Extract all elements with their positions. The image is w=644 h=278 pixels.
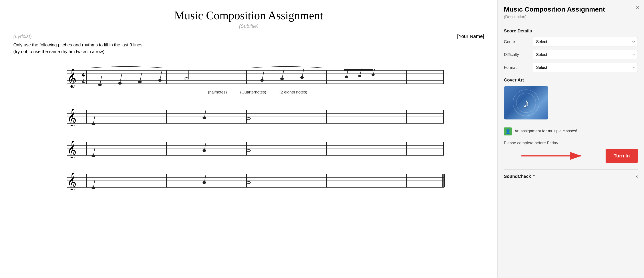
red-arrow-svg	[504, 152, 601, 160]
your-name: [Your Name]	[457, 34, 484, 39]
svg-line-26	[302, 68, 304, 78]
panel-title: Music Composition Assignment	[504, 5, 638, 13]
lyricist-label: (Lyricist)	[13, 34, 32, 39]
svg-point-67	[247, 150, 250, 152]
instructions: Only use the following pitches and rhyth…	[13, 42, 484, 55]
turn-in-row: Turn In	[504, 149, 638, 163]
svg-line-14	[120, 74, 122, 83]
genre-label: Genre	[504, 40, 533, 44]
svg-line-18	[160, 72, 162, 80]
deadline-text: Please complete before Friday	[504, 141, 638, 146]
svg-line-47	[93, 115, 95, 124]
svg-line-33	[373, 68, 375, 75]
time-sig-bottom: 4	[82, 78, 85, 84]
svg-point-19	[185, 78, 188, 80]
staff-row-1: 𝄞 4 4	[13, 62, 484, 94]
chevron-left-icon[interactable]: ‹	[636, 173, 638, 180]
score-details-label: Score Details	[504, 28, 638, 34]
genre-select[interactable]: Select Classical Jazz Pop	[533, 37, 638, 46]
staff-row-4: 𝄞	[13, 168, 484, 190]
note-labels: (halfnotes) (Quarternotes) (2 eighth not…	[31, 90, 484, 94]
panel-description: (Description)	[504, 15, 638, 19]
svg-line-84	[204, 174, 206, 182]
treble-clef-2: 𝄞	[67, 108, 76, 126]
staff-svg-4: 𝄞	[13, 168, 484, 190]
staff-row-2: 𝄞	[13, 104, 484, 126]
difficulty-label: Difficulty	[504, 52, 533, 57]
score-header-row: (Lyricist) [Your Name]	[13, 34, 484, 39]
format-row: Format Select Solo Duet Ensemble	[504, 63, 638, 72]
treble-clef-4: 𝄞	[67, 172, 76, 190]
time-sig: 4	[82, 71, 85, 78]
difficulty-select[interactable]: Select Beginner Intermediate Advanced	[533, 50, 638, 59]
svg-line-16	[140, 73, 142, 82]
halfnotes-label: (halfnotes)	[208, 90, 227, 94]
arrow-container	[504, 152, 601, 160]
difficulty-row: Difficulty Select Beginner Intermediate …	[504, 50, 638, 59]
svg-line-66	[204, 142, 206, 150]
soundcheck-row: SoundCheck™ ‹	[504, 170, 638, 183]
svg-line-64	[93, 147, 95, 156]
main-content: Music Composition Assignment (Subtitle) …	[0, 0, 498, 278]
treble-clef-3: 𝄞	[67, 140, 76, 158]
format-select[interactable]: Select Solo Duet Ensemble	[533, 63, 638, 72]
cover-art-image: ♪	[504, 86, 548, 120]
format-label: Format	[504, 65, 533, 70]
panel-body: Score Details Genre Select Classical Jaz…	[498, 23, 644, 278]
staff-svg-3: 𝄞	[13, 136, 484, 158]
staff-row-3: 𝄞	[13, 136, 484, 158]
staff-svg-1: 𝄞 4 4	[13, 62, 484, 88]
cover-art-section: Cover Art ♪	[504, 78, 638, 120]
turn-in-button[interactable]: Turn In	[606, 149, 638, 163]
panel-header: Music Composition Assignment (Descriptio…	[498, 0, 644, 23]
score-title: Music Composition Assignment	[13, 9, 484, 22]
svg-rect-27	[344, 68, 373, 71]
svg-point-85	[247, 182, 250, 184]
eighth-notes-label: (2 eighth notes)	[280, 90, 307, 94]
svg-line-82	[93, 179, 95, 188]
svg-line-22	[262, 72, 264, 80]
assignment-notice: 👤 An assignment for multiple classes!	[504, 125, 638, 138]
soundcheck-label: SoundCheck™	[504, 174, 536, 179]
assignment-icon: 👤	[504, 128, 512, 136]
assignment-notice-text: An assignment for multiple classes!	[514, 128, 577, 134]
genre-row: Genre Select Classical Jazz Pop	[504, 37, 638, 46]
right-panel: Music Composition Assignment (Descriptio…	[498, 0, 644, 278]
svg-point-50	[247, 118, 250, 120]
cover-art-label: Cover Art	[504, 78, 638, 82]
person-icon: 👤	[505, 129, 511, 134]
treble-clef: 𝄞	[67, 69, 76, 88]
cover-art-inner: ♪	[504, 86, 548, 120]
staff-svg-2: 𝄞	[13, 104, 484, 126]
score-subtitle: (Subtitle)	[13, 23, 484, 29]
svg-line-24	[282, 70, 284, 79]
close-button[interactable]: ×	[636, 4, 640, 11]
quarternotes-label: (Quarternotes)	[240, 90, 266, 94]
cover-art-circle-inner	[516, 93, 536, 113]
